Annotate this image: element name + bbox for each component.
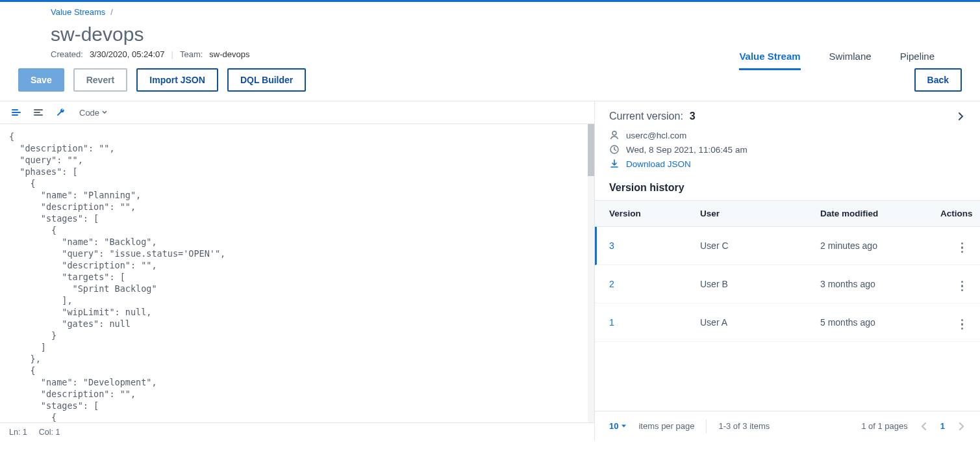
meta-divider: | bbox=[171, 49, 173, 59]
chevron-down-icon bbox=[621, 423, 627, 429]
collapse-icon[interactable] bbox=[31, 105, 45, 120]
pagination-divider bbox=[706, 419, 707, 434]
prev-page-icon[interactable] bbox=[920, 422, 929, 431]
editor-mode-select[interactable]: Code bbox=[79, 108, 107, 118]
status-ln: Ln: 1 bbox=[9, 428, 27, 437]
chevron-down-icon bbox=[102, 110, 107, 115]
current-page: 1 bbox=[940, 421, 945, 431]
version-date: 5 months ago bbox=[820, 317, 940, 328]
items-per-page-select[interactable]: 10 bbox=[609, 421, 627, 431]
version-date: 3 months ago bbox=[820, 279, 940, 289]
created-label: Created: bbox=[51, 49, 83, 59]
version-history-title: Version history bbox=[595, 175, 980, 200]
version-row[interactable]: 1 User A 5 months ago bbox=[595, 304, 980, 342]
breadcrumb-root[interactable]: Value Streams bbox=[51, 7, 105, 17]
wrench-icon[interactable] bbox=[53, 105, 68, 120]
download-json-link[interactable]: Download JSON bbox=[609, 159, 966, 169]
items-per-page-label: items per page bbox=[638, 421, 694, 431]
pagination-page-info: 1 of 1 pages bbox=[861, 421, 908, 431]
tab-pipeline[interactable]: Pipeline bbox=[900, 51, 935, 70]
version-row[interactable]: 3 User C 2 minutes ago bbox=[595, 227, 980, 265]
code-editor[interactable]: { "description": "", "query": "", "phase… bbox=[0, 124, 594, 422]
row-actions-icon[interactable] bbox=[959, 240, 966, 256]
tab-value-stream[interactable]: Value Stream bbox=[739, 51, 800, 70]
version-number[interactable]: 1 bbox=[609, 317, 700, 328]
row-actions-icon[interactable] bbox=[959, 317, 966, 333]
dql-builder-button[interactable]: DQL Builder bbox=[227, 68, 306, 92]
next-page-icon[interactable] bbox=[957, 422, 966, 431]
save-button[interactable]: Save bbox=[18, 68, 64, 92]
current-version-user: userc@hcl.com bbox=[609, 130, 966, 140]
breadcrumb-separator: / bbox=[110, 7, 113, 17]
version-user: User A bbox=[700, 317, 820, 328]
col-version: Version bbox=[609, 209, 700, 218]
version-number[interactable]: 2 bbox=[609, 279, 700, 289]
version-user: User B bbox=[700, 279, 820, 289]
editor-status-bar: Ln: 1 Col: 1 bbox=[0, 422, 594, 441]
tab-swimlane[interactable]: Swimlane bbox=[829, 51, 872, 70]
current-version-label: Current version: bbox=[609, 110, 683, 122]
current-version-header: Current version: 3 bbox=[595, 101, 980, 130]
version-date: 2 minutes ago bbox=[820, 240, 940, 251]
user-icon bbox=[609, 130, 620, 140]
back-button[interactable]: Back bbox=[914, 68, 962, 92]
current-version-date: Wed, 8 Sep 2021, 11:06:45 am bbox=[609, 144, 966, 155]
clock-icon bbox=[609, 144, 620, 155]
page-tabs: Value Stream Swimlane Pipeline bbox=[739, 51, 935, 70]
current-version-value: 3 bbox=[690, 110, 696, 122]
scrollbar-thumb[interactable] bbox=[588, 124, 594, 176]
col-actions: Actions bbox=[940, 209, 973, 218]
action-toolbar: Save Revert Import JSON DQL Builder Back bbox=[0, 68, 980, 101]
created-value: 3/30/2020, 05:24:07 bbox=[90, 49, 165, 59]
editor-mode-label: Code bbox=[79, 108, 99, 118]
editor-pane: Code { "description": "", "query": "", "… bbox=[0, 101, 595, 441]
import-json-button[interactable]: Import JSON bbox=[136, 68, 218, 92]
pagination: 10 items per page 1-3 of 3 items 1 of 1 … bbox=[595, 411, 980, 441]
chevron-right-icon[interactable] bbox=[957, 112, 966, 121]
svg-point-0 bbox=[612, 131, 616, 135]
download-json-label: Download JSON bbox=[626, 159, 691, 169]
col-user: User bbox=[700, 209, 820, 218]
current-version-user-email: userc@hcl.com bbox=[626, 131, 686, 140]
breadcrumb: Value Streams / bbox=[0, 2, 980, 17]
row-actions-icon[interactable] bbox=[959, 278, 966, 294]
version-row[interactable]: 2 User B 3 months ago bbox=[595, 265, 980, 304]
items-per-page-value: 10 bbox=[609, 421, 618, 431]
download-icon bbox=[609, 159, 620, 169]
team-label: Team: bbox=[180, 49, 203, 59]
expand-icon[interactable] bbox=[9, 105, 23, 120]
status-col: Col: 1 bbox=[39, 428, 60, 437]
current-version-date-value: Wed, 8 Sep 2021, 11:06:45 am bbox=[626, 145, 748, 155]
version-number[interactable]: 3 bbox=[609, 240, 700, 251]
page-title: sw-devops bbox=[51, 23, 144, 45]
version-pane: Current version: 3 userc@hcl.com Wed, 8 … bbox=[595, 101, 980, 441]
team-value: sw-devops bbox=[209, 49, 249, 59]
version-history-body: 3 User C 2 minutes ago 2 User B 3 months… bbox=[595, 227, 980, 411]
revert-button[interactable]: Revert bbox=[73, 68, 128, 92]
code-content[interactable]: { "description": "", "query": "", "phase… bbox=[0, 124, 594, 422]
version-history-header: Version User Date modified Actions bbox=[595, 200, 980, 227]
col-date: Date modified bbox=[820, 209, 940, 218]
pagination-range: 1-3 of 3 items bbox=[718, 421, 770, 431]
version-user: User C bbox=[700, 240, 820, 251]
editor-toolbar: Code bbox=[0, 101, 594, 124]
